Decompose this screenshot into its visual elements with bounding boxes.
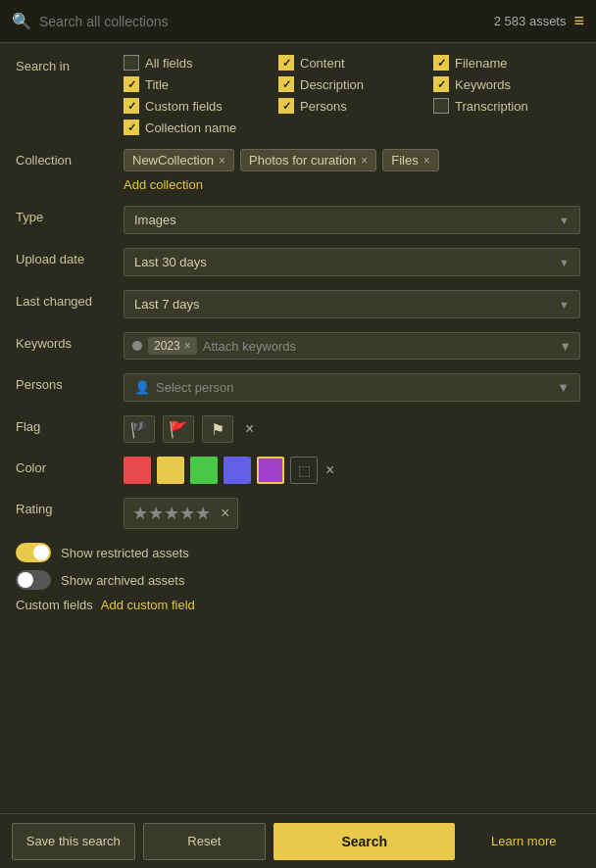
search-input[interactable] bbox=[39, 14, 494, 29]
star-4[interactable]: ★ bbox=[179, 503, 195, 524]
star-1[interactable]: ★ bbox=[132, 503, 148, 524]
collection-tag-2[interactable]: Files × bbox=[382, 149, 438, 171]
keywords-row: Keywords 2023 × Attach keywords ▼ bbox=[16, 332, 580, 360]
keyword-tag-0[interactable]: 2023 × bbox=[148, 337, 197, 355]
collection-tag-0-name: NewCollection bbox=[132, 153, 214, 168]
star-5[interactable]: ★ bbox=[195, 503, 211, 524]
search-bar: 🔍 2 583 assets ≡ bbox=[0, 0, 596, 43]
type-select[interactable]: Images ▼ bbox=[124, 206, 580, 234]
persons-select[interactable]: 👤 Select person ▼ bbox=[124, 373, 580, 402]
collection-tag-0-remove[interactable]: × bbox=[219, 154, 225, 168]
checkbox-keywords[interactable]: Keywords bbox=[433, 76, 580, 92]
collection-tag-0[interactable]: NewCollection × bbox=[124, 149, 234, 171]
last-changed-label: Last changed bbox=[16, 290, 124, 309]
filter-icon[interactable]: ≡ bbox=[573, 11, 584, 31]
checkbox-content-label: Content bbox=[300, 56, 345, 71]
filter-panel: Search in All fields Content Filename bbox=[0, 43, 596, 813]
checkbox-persons-box[interactable] bbox=[278, 98, 294, 114]
toggle-restricted-knob bbox=[33, 545, 49, 560]
color-none[interactable]: ⬚ bbox=[290, 457, 318, 484]
checkbox-all-fields-box[interactable] bbox=[124, 55, 139, 71]
star-3[interactable]: ★ bbox=[164, 503, 179, 524]
color-swatch-red[interactable] bbox=[124, 457, 151, 484]
color-clear[interactable]: × bbox=[325, 461, 334, 479]
flag-clear[interactable]: × bbox=[245, 420, 254, 438]
collection-content: NewCollection × Photos for curation × Fi… bbox=[124, 149, 580, 192]
color-label: Color bbox=[16, 457, 124, 475]
checkbox-filename-box[interactable] bbox=[433, 55, 449, 71]
flag-btn-0[interactable]: 🏴 bbox=[124, 415, 155, 443]
checkbox-custom-fields-box[interactable] bbox=[124, 98, 139, 114]
color-swatch-purple[interactable] bbox=[257, 457, 284, 484]
keyword-dot bbox=[132, 341, 142, 351]
custom-fields-row: Custom fields Add custom field bbox=[16, 598, 580, 612]
color-swatch-green[interactable] bbox=[190, 457, 218, 484]
collection-tag-1-remove[interactable]: × bbox=[361, 154, 368, 168]
checkbox-description-box[interactable] bbox=[278, 76, 294, 92]
color-swatch-blue[interactable] bbox=[224, 457, 251, 484]
persons-label: Persons bbox=[16, 373, 124, 392]
keywords-chevron: ▼ bbox=[559, 339, 571, 354]
keyword-tag-0-label: 2023 bbox=[154, 339, 180, 353]
rating-label: Rating bbox=[16, 498, 124, 516]
checkbox-collection-name[interactable]: Collection name bbox=[124, 120, 271, 135]
checkbox-title[interactable]: Title bbox=[124, 76, 271, 92]
checkbox-transcription-box[interactable] bbox=[433, 98, 449, 114]
flag-btn-2[interactable]: ⚑ bbox=[202, 415, 233, 443]
toggle-restricted-label: Show restricted assets bbox=[61, 546, 189, 560]
toggles-section: Show restricted assets Show archived ass… bbox=[16, 543, 580, 590]
last-changed-value: Last 7 days bbox=[134, 297, 200, 312]
add-collection-button[interactable]: Add collection bbox=[124, 177, 580, 192]
checkbox-all-fields[interactable]: All fields bbox=[124, 55, 271, 71]
flag-row: Flag 🏴 🚩 ⚑ × bbox=[16, 415, 580, 443]
checkbox-persons[interactable]: Persons bbox=[278, 98, 425, 114]
flag-btn-1[interactable]: 🚩 bbox=[163, 415, 194, 443]
collection-row: Collection NewCollection × Photos for cu… bbox=[16, 149, 580, 192]
last-changed-chevron: ▼ bbox=[559, 299, 570, 311]
type-row: Type Images ▼ bbox=[16, 206, 580, 234]
checkbox-filename[interactable]: Filename bbox=[433, 55, 580, 71]
learn-more-button[interactable]: Learn more bbox=[463, 823, 584, 860]
flag-content: 🏴 🚩 ⚑ × bbox=[124, 415, 580, 443]
star-2[interactable]: ★ bbox=[148, 503, 164, 524]
last-changed-select[interactable]: Last 7 days ▼ bbox=[124, 290, 580, 318]
checkbox-title-box[interactable] bbox=[124, 76, 139, 92]
reset-button[interactable]: Reset bbox=[143, 823, 267, 860]
upload-date-select[interactable]: Last 30 days ▼ bbox=[124, 248, 580, 276]
toggle-archived-label: Show archived assets bbox=[61, 573, 184, 588]
checkbox-transcription[interactable]: Transcription bbox=[433, 98, 580, 114]
collection-tag-2-remove[interactable]: × bbox=[423, 154, 430, 168]
keywords-label: Keywords bbox=[16, 332, 124, 351]
checkbox-custom-fields[interactable]: Custom fields bbox=[124, 98, 271, 114]
keywords-field[interactable]: 2023 × Attach keywords ▼ bbox=[124, 332, 580, 360]
last-changed-row: Last changed Last 7 days ▼ bbox=[16, 290, 580, 318]
save-this-search-button[interactable]: Save this search bbox=[12, 823, 135, 860]
toggle-archived[interactable] bbox=[16, 570, 51, 590]
collection-tag-1[interactable]: Photos for curation × bbox=[240, 149, 376, 171]
flag-label: Flag bbox=[16, 415, 124, 434]
search-in-content: All fields Content Filename Title bbox=[124, 55, 580, 135]
keyword-tag-0-remove[interactable]: × bbox=[184, 339, 191, 353]
color-swatch-yellow[interactable] bbox=[157, 457, 184, 484]
checkbox-filename-label: Filename bbox=[455, 56, 507, 71]
rating-row: Rating ★ ★ ★ ★ ★ × bbox=[16, 498, 580, 529]
checkbox-content[interactable]: Content bbox=[278, 55, 425, 71]
checkbox-keywords-label: Keywords bbox=[455, 77, 511, 92]
toggle-restricted[interactable] bbox=[16, 543, 51, 562]
rating-clear[interactable]: × bbox=[221, 505, 229, 522]
search-button[interactable]: Search bbox=[273, 823, 455, 860]
search-in-row: Search in All fields Content Filename bbox=[16, 55, 580, 135]
type-content: Images ▼ bbox=[124, 206, 580, 234]
toggle-archived-knob bbox=[18, 572, 33, 588]
checkbox-collection-name-label: Collection name bbox=[145, 121, 236, 135]
persons-row: Persons 👤 Select person ▼ bbox=[16, 373, 580, 402]
checkbox-title-label: Title bbox=[145, 77, 169, 92]
checkbox-collection-name-box[interactable] bbox=[124, 120, 139, 135]
checkbox-content-box[interactable] bbox=[278, 55, 294, 71]
upload-date-label: Upload date bbox=[16, 248, 124, 266]
search-in-label: Search in bbox=[16, 55, 124, 73]
checkbox-keywords-box[interactable] bbox=[433, 76, 449, 92]
add-custom-field-button[interactable]: Add custom field bbox=[101, 598, 195, 612]
checkbox-description[interactable]: Description bbox=[278, 76, 425, 92]
person-icon: 👤 bbox=[134, 380, 150, 395]
